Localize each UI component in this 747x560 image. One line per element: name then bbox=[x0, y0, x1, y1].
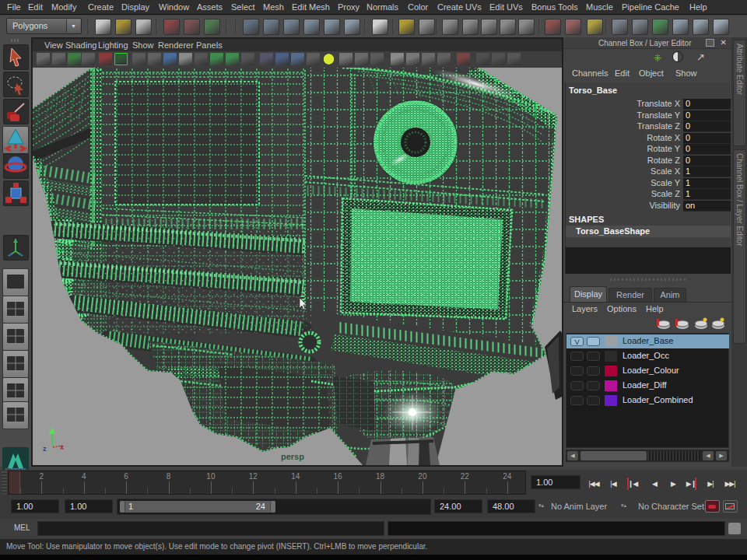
svg-text:z: z bbox=[43, 445, 47, 453]
svg-text:persp: persp bbox=[281, 452, 304, 461]
svg-text:x: x bbox=[60, 443, 64, 451]
